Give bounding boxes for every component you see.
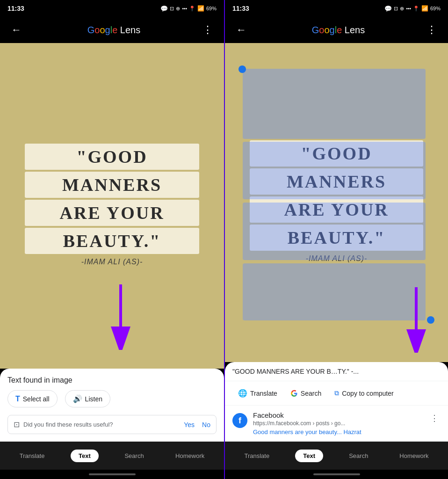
home-bar-right	[313, 473, 360, 475]
feedback-row: ⊡ Did you find these results useful? Yes…	[7, 415, 217, 434]
nav-homework-left[interactable]: Homework	[170, 450, 210, 462]
selection-box-1	[243, 69, 426, 139]
selection-box-4	[243, 263, 426, 321]
google-logo-svg	[290, 390, 298, 397]
more-menu-button-left[interactable]: ⋮	[199, 20, 217, 40]
back-button-right[interactable]: ←	[232, 20, 250, 40]
result-more-button[interactable]: ⋮	[428, 411, 441, 425]
quote-line-3-left: ARE YOUR	[25, 200, 199, 226]
home-indicator-right	[225, 470, 448, 479]
google-g-icon	[290, 390, 298, 397]
quote-text-2-left: MANNERS	[62, 175, 162, 195]
select-all-label: Select all	[23, 395, 50, 403]
result-title: Facebook	[253, 411, 423, 419]
top-bar-left: ← Google Lens ⋮	[0, 17, 224, 43]
top-bar-right: ← Google Lens ⋮	[225, 17, 448, 43]
facebook-favicon: f	[232, 413, 247, 428]
battery-icon-r: 69%	[430, 6, 441, 11]
status-time-right: 11:33	[232, 5, 249, 12]
dots-icon-r: •••	[406, 6, 411, 11]
quote-block-left: "GOOD MANNERS ARE YOUR BEAUTY." -IMAM AL…	[9, 144, 215, 268]
bottom-nav-right: Translate Text Search Homework	[225, 442, 448, 470]
nav-search-right[interactable]: Search	[343, 450, 374, 462]
quote-text-4-left: BEAUTY."	[63, 231, 161, 251]
result-info: Facebook https://m.facebook.com › posts …	[253, 411, 423, 435]
translate-label-left: Translate	[20, 452, 45, 459]
action-buttons-row: T Select all 🔊 Listen	[7, 390, 217, 407]
extracted-text-bar: "GOOD MANNERS ARE YOUR B…TY." -...	[225, 362, 448, 381]
search-label-right: Search	[349, 452, 368, 459]
screenshot-icon-r: ⊡	[394, 6, 398, 12]
feedback-yes-button[interactable]: Yes	[184, 421, 195, 428]
location-icon-r: 📍	[413, 6, 419, 12]
quote-line-1-left: "GOOD	[25, 144, 199, 170]
feedback-no-button[interactable]: No	[202, 421, 210, 428]
status-bar-left: 11:33 💬 ⊡ ⊕ ••• 📍 📶 69%	[0, 0, 224, 17]
translate-action-button[interactable]: 🌐 Translate	[232, 385, 283, 401]
status-icons-right: 💬 ⊡ ⊕ ••• 📍 📶 69%	[384, 5, 441, 12]
quote-line-2-left: MANNERS	[25, 172, 199, 198]
location-icon: 📍	[189, 6, 195, 12]
selection-box-3	[243, 203, 426, 260]
quote-text-1-left: "GOOD	[76, 147, 147, 167]
search-action-label: Search	[301, 390, 321, 397]
action-icons-row: 🌐 Translate Search ⧉ Copy to computer	[225, 381, 448, 406]
result-snippet: Good manners are your beauty... Hazrat	[253, 428, 423, 435]
screenshot-icon: ⊡	[170, 6, 174, 12]
listen-icon: 🔊	[73, 394, 82, 403]
bottom-panel-left: Text found in image T Select all 🔊 Liste…	[0, 369, 224, 442]
listen-button[interactable]: 🔊 Listen	[65, 390, 110, 407]
nav-homework-right[interactable]: Homework	[394, 450, 434, 462]
home-indicator-left	[0, 470, 224, 479]
image-area-right: "GOOD MANNERS ARE YOUR BEAUTY." -IMAM AL…	[225, 43, 448, 362]
back-button-left[interactable]: ←	[7, 20, 25, 40]
app-title-right: Google Lens	[254, 25, 423, 36]
search-action-button[interactable]: Search	[285, 386, 327, 401]
search-result-item[interactable]: f Facebook https://m.facebook.com › post…	[225, 406, 448, 442]
feedback-icon: ⊡	[14, 420, 20, 429]
homework-label-left: Homework	[175, 452, 204, 459]
message-icon: 💬	[160, 5, 168, 12]
dots-icon: •••	[182, 6, 187, 11]
result-url: https://m.facebook.com › posts › go...	[253, 420, 423, 427]
app-title-left: Google Lens	[29, 25, 199, 36]
nav-text-right[interactable]: Text	[295, 450, 323, 462]
nav-translate-left[interactable]: Translate	[14, 450, 51, 462]
bottom-panel-right: "GOOD MANNERS ARE YOUR B…TY." -... 🌐 Tra…	[225, 362, 448, 442]
status-icons-left: 💬 ⊡ ⊕ ••• 📍 📶 69%	[160, 5, 217, 12]
search-label-left: Search	[124, 452, 144, 459]
status-bar-right: 11:33 💬 ⊡ ⊕ ••• 📍 📶 69%	[225, 0, 448, 17]
copy-action-label: Copy to computer	[342, 390, 394, 397]
quote-image-right: "GOOD MANNERS ARE YOUR BEAUTY." -IMAM AL…	[225, 43, 448, 362]
wifi-icon: 📶	[197, 5, 204, 12]
quote-line-4-left: BEAUTY."	[25, 228, 199, 254]
translate-icon: 🌐	[238, 389, 247, 398]
quote-text-3-left: ARE YOUR	[59, 203, 164, 223]
homework-label-right: Homework	[399, 452, 428, 459]
right-phone-panel: 11:33 💬 ⊡ ⊕ ••• 📍 📶 69% ← Google Lens ⋮ …	[224, 0, 448, 479]
text-label-right: Text	[303, 452, 315, 459]
bottom-nav-left: Translate Text Search Homework	[0, 442, 224, 470]
home-bar-left	[89, 473, 136, 475]
translate-label-right: Translate	[244, 452, 269, 459]
image-area-left: "GOOD MANNERS ARE YOUR BEAUTY." -IMAM AL…	[0, 43, 224, 369]
select-all-button[interactable]: T Select all	[7, 390, 58, 407]
nav-translate-right[interactable]: Translate	[238, 450, 275, 462]
nav-search-left[interactable]: Search	[119, 450, 149, 462]
feedback-text: Did you find these results useful?	[23, 421, 180, 428]
left-phone-panel: 11:33 💬 ⊡ ⊕ ••• 📍 📶 69% ← Google Lens ⋮ …	[0, 0, 224, 479]
selection-box-2	[243, 142, 426, 199]
copy-to-computer-button[interactable]: ⧉ Copy to computer	[329, 385, 399, 401]
text-label-left: Text	[79, 452, 91, 459]
nav-text-left[interactable]: Text	[71, 450, 99, 462]
vpn-icon-r: ⊕	[400, 6, 404, 12]
selection-handle-bottom	[427, 316, 434, 324]
quote-image-left: "GOOD MANNERS ARE YOUR BEAUTY." -IMAM AL…	[0, 43, 224, 369]
selection-handle-top	[238, 65, 246, 73]
more-menu-button-right[interactable]: ⋮	[423, 20, 441, 40]
translate-action-label: Translate	[250, 390, 277, 397]
status-time-left: 11:33	[7, 5, 24, 12]
copy-icon: ⧉	[334, 389, 339, 397]
listen-label: Listen	[85, 395, 102, 403]
battery-icon: 69%	[206, 6, 217, 11]
